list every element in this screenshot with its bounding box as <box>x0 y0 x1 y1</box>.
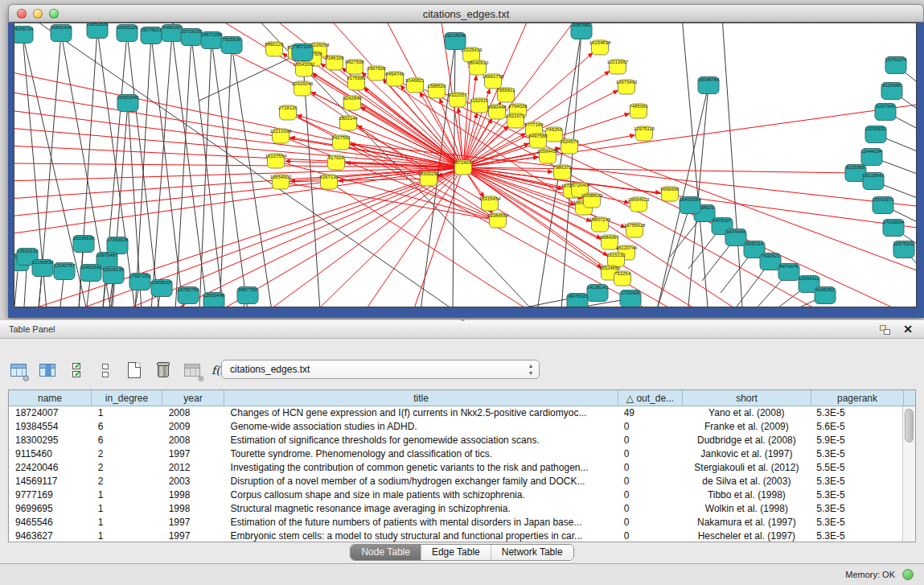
graph-node-label: 16671358 <box>201 32 223 37</box>
table-row[interactable]: 1938455462009Genome-wide association stu… <box>9 420 902 434</box>
table-selector-value: citations_edges.txt <box>230 364 310 375</box>
graph-node-label: 7632621 <box>761 253 780 258</box>
graph-node-label: 20891406 <box>51 25 72 30</box>
graph-node-label: 12444194 <box>861 149 883 154</box>
table-cell: 2 <box>92 475 162 488</box>
table-row[interactable]: 911546021997Tourette syndrome. Phenomeno… <box>9 447 902 461</box>
window-title: citations_edges.txt <box>9 8 923 20</box>
graph-node-label: 19384554 <box>487 213 509 218</box>
table-cell: 0 <box>618 529 682 542</box>
tab-network-table[interactable]: Network Table <box>491 545 573 560</box>
table-cell: 1 <box>92 406 162 420</box>
graph-node-label: 17957253 <box>129 274 151 278</box>
table-row[interactable]: 1830029562008Estimation of significance … <box>9 434 902 447</box>
graph-node-label: 17016504 <box>883 220 905 225</box>
table-cell: 9465546 <box>9 516 92 529</box>
graph-node-label: 16107554 <box>265 154 287 159</box>
table-cell: 5.6E-5 <box>810 420 902 434</box>
window-titlebar[interactable]: citations_edges.txt <box>8 4 924 23</box>
graph-node-label: 917006 <box>328 155 345 160</box>
select-all-columns-icon[interactable] <box>66 360 87 381</box>
graph-node-label: 23051826 <box>87 23 109 27</box>
column-header-name[interactable]: name <box>9 390 92 406</box>
graph-node-label: 18300295 <box>418 171 440 176</box>
graph-node-label: 11875332 <box>893 241 915 246</box>
table-selector-dropdown[interactable]: citations_edges.txt ▴▾ <box>221 360 540 379</box>
table-cell: 9115460 <box>9 447 92 461</box>
tab-edge-table[interactable]: Edge Table <box>421 545 491 560</box>
graph-node-label: 746266 <box>546 127 563 132</box>
delete-column-icon[interactable] <box>153 360 174 381</box>
table-cell: 2 <box>92 447 162 461</box>
graph-node-label: 3624574 <box>560 139 579 144</box>
graph-node-label: 9242848 <box>343 96 362 101</box>
table-cell: 5.9E-5 <box>810 434 902 447</box>
graph-node-label: 12142757 <box>54 263 76 268</box>
table-cell: 0 <box>618 475 682 488</box>
graph-node-label: 9474444 <box>726 229 745 234</box>
table-cell: 0 <box>618 461 682 475</box>
table-row[interactable]: 977716911998Corpus callosum shape and si… <box>9 488 902 502</box>
column-header-year[interactable]: year <box>162 390 224 406</box>
graph-node-label: 7957224 <box>293 44 312 49</box>
table-toolbar: ⚙ ⊗ f(x) <box>8 358 232 382</box>
graph-node-label: 10655325 <box>117 25 138 30</box>
tab-node-table[interactable]: Node Table <box>351 545 421 560</box>
graph-node-label: 19218596 <box>445 33 466 38</box>
table-cell: 6 <box>92 434 162 447</box>
table-settings-icon[interactable]: ⚙ <box>8 360 29 381</box>
table-cell: 0 <box>618 516 682 529</box>
table-cell: 19384554 <box>9 420 92 434</box>
table-row[interactable]: 946362711997Embryonic stem cells: a mode… <box>9 529 902 542</box>
graph-node-label: 1621072 <box>506 113 525 118</box>
table-cell: Structural magnetic resonance image aver… <box>224 502 618 516</box>
column-header-title[interactable]: title <box>224 390 618 406</box>
panel-resize-grip[interactable] <box>461 318 465 321</box>
table-vertical-scrollbar[interactable] <box>902 406 915 542</box>
graph-node-label: 18476321 <box>567 294 589 299</box>
column-header-short[interactable]: short <box>683 390 811 406</box>
table-cell: Stergiakouli et al. (2012) <box>682 461 811 475</box>
table-cell: 0 <box>618 447 682 461</box>
table-cell: 2 <box>92 461 162 475</box>
graph-node-label: 15592971 <box>873 197 894 202</box>
graph-node-label: 10973493 <box>616 80 638 84</box>
table-row[interactable]: 1456911722003Disruption of a novel membe… <box>9 475 902 488</box>
graph-node-label: 6479197 <box>713 218 732 223</box>
table-cell: Corpus callosum shape and size in male p… <box>224 488 618 502</box>
table-row[interactable]: 946554611997Estimation of the future num… <box>9 516 902 529</box>
table-cell: 49 <box>618 406 682 420</box>
graph-node-label: 15315454 <box>479 196 501 201</box>
table-cell: 5.3E-5 <box>810 488 902 502</box>
table-cell: 5.5E-5 <box>810 461 902 475</box>
table-cell: Embryonic stem cells: a model to study s… <box>224 529 618 542</box>
graph-node-label: 9227343 <box>876 104 895 109</box>
table-row[interactable]: 969969511998Structural magnetic resonanc… <box>9 502 902 516</box>
table-panel-header: Table Panel ✕ <box>0 319 924 339</box>
table-cell: 5.3E-5 <box>810 529 902 542</box>
graph-node-label: 9175685 <box>347 76 366 80</box>
column-header-in_degree[interactable]: in_degree <box>92 390 162 406</box>
close-panel-icon[interactable]: ✕ <box>903 323 913 336</box>
graph-node-label: 9684067 <box>600 235 619 240</box>
table-row[interactable]: 1872400712008Changes of HCN gene express… <box>9 406 902 420</box>
unselect-all-columns-icon[interactable] <box>95 360 116 381</box>
table-cell: Yano et al. (2008) <box>682 406 811 420</box>
memory-status-label: Memory: OK <box>845 570 895 579</box>
show-columns-icon[interactable] <box>37 360 58 381</box>
float-panel-icon[interactable] <box>880 325 890 335</box>
table-cell: 0 <box>618 502 682 516</box>
scrollbar-thumb[interactable] <box>905 409 914 443</box>
graph-node-label: 9990448 <box>487 105 507 109</box>
network-graph[interactable]: 1872400788601288912954232260589827509818… <box>14 23 917 307</box>
column-header-pagerank[interactable]: pagerank <box>811 390 904 406</box>
graph-node-label: 1733426 <box>621 290 640 295</box>
graph-node-label: 12975115 <box>634 126 655 131</box>
create-column-icon[interactable] <box>124 360 145 381</box>
table-cell: 2012 <box>162 461 224 475</box>
graph-node-label: 16961758 <box>483 74 504 79</box>
table-cell: Changes of HCN gene expression and I(f) … <box>224 406 618 420</box>
dropdown-stepper-icon: ▴▾ <box>529 362 532 377</box>
column-header-out_de[interactable]: △ out_de... <box>618 390 683 406</box>
table-row[interactable]: 2242004622012Investigating the contribut… <box>9 461 902 475</box>
